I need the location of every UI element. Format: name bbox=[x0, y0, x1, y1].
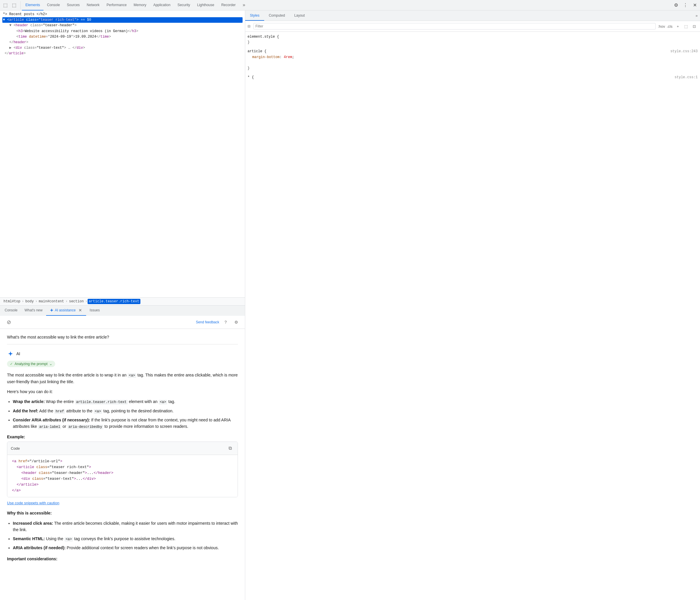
tab-elements[interactable]: Elements bbox=[22, 0, 44, 10]
how-to-label: Here's how you can do it: bbox=[7, 389, 238, 395]
tab-security[interactable]: Security bbox=[174, 0, 194, 10]
code-block-header: Code ⧉ bbox=[7, 442, 238, 455]
tree-line-article[interactable]: ▼ <article class="teaser rich-text"> == … bbox=[2, 17, 243, 23]
checkmark-icon: ✓ bbox=[10, 362, 13, 366]
tab-more[interactable]: » bbox=[239, 0, 249, 10]
ai-response-header: AI bbox=[7, 350, 238, 357]
main-tab-bar: Elements Console Sources Network Perform… bbox=[22, 0, 249, 10]
ai-label: AI bbox=[16, 351, 20, 356]
styles-tabs: Styles Computed Layout » bbox=[245, 10, 700, 21]
tab-sources[interactable]: Sources bbox=[63, 0, 83, 10]
close-ai-tab[interactable]: ✕ bbox=[78, 307, 83, 313]
more-menu-button[interactable]: ⋮ bbox=[681, 1, 690, 9]
tab-network[interactable]: Network bbox=[83, 0, 103, 10]
tree-line-1: "> Recent posts </h2> bbox=[2, 12, 243, 17]
tab-layout[interactable]: Layout bbox=[290, 10, 309, 21]
analyzing-text: Analyzing the prompt bbox=[15, 362, 48, 366]
top-tab-bar: ⬚ ⬚ Elements Console Sources Network Per… bbox=[0, 0, 700, 10]
styles-filter-bar: ⊟ :hov .cls + ⬚ ⊡ bbox=[245, 21, 700, 32]
cancel-button[interactable]: ⊘ bbox=[5, 318, 13, 326]
tree-line-h3: <h3>Website accessibility reaction video… bbox=[2, 29, 243, 34]
undock-button[interactable]: ✕ bbox=[691, 1, 699, 9]
bottom-tab-bar: Console What's new AI assistance ✕ Issue… bbox=[0, 305, 245, 316]
tab-whats-new[interactable]: What's new bbox=[21, 305, 46, 316]
why-accessible-label: Why this is accessible: bbox=[7, 510, 238, 516]
style-rule-article: article { style.css:243 margin-bottom: 4… bbox=[248, 49, 698, 71]
copy-button[interactable]: ⧉ bbox=[226, 444, 234, 452]
top-right-controls: ⚙ ⋮ ✕ bbox=[672, 1, 699, 9]
filter-icons: :hov .cls + ⬚ ⊡ bbox=[658, 23, 698, 30]
tab-ai-assistance[interactable]: AI assistance ✕ bbox=[46, 305, 86, 316]
bullet-wrap: Wrap the article: Wrap the entire articl… bbox=[13, 398, 238, 405]
ai-sparkle-icon bbox=[50, 308, 54, 312]
why-bullet-aria: ARIA attributes (if needed): Provide add… bbox=[13, 545, 238, 551]
breadcrumb-body[interactable]: body bbox=[24, 299, 35, 304]
copy-styles-button[interactable]: ⬚ bbox=[682, 23, 690, 30]
style-rule-element: element.style { } bbox=[248, 34, 698, 45]
send-feedback-link[interactable]: Send feedback bbox=[196, 320, 219, 324]
chevron-icon: ⌄ bbox=[49, 362, 52, 366]
hover-filter-button[interactable]: :hov bbox=[658, 23, 665, 30]
tab-lighthouse[interactable]: Lighthouse bbox=[194, 0, 218, 10]
code-block: Code ⧉ <a href="/article-url"> <article … bbox=[7, 442, 238, 497]
html-tree[interactable]: "> Recent posts </h2> ▼ <article class="… bbox=[0, 10, 245, 297]
tree-line-header-close: </header> bbox=[2, 40, 243, 45]
bullet-list: Wrap the article: Wrap the entire articl… bbox=[7, 398, 238, 430]
ai-settings-button[interactable]: ⚙ bbox=[232, 318, 240, 326]
right-panel: Styles Computed Layout » ⊟ :hov .cls + ⬚… bbox=[245, 10, 700, 600]
why-bullet-semantic: Semantic HTML: Using the <a> tag conveys… bbox=[13, 535, 238, 542]
tab-memory[interactable]: Memory bbox=[130, 0, 150, 10]
devtools-icons: ⬚ ⬚ bbox=[1, 1, 21, 9]
cursor-icon[interactable]: ⬚ bbox=[1, 1, 9, 9]
settings-button[interactable]: ⚙ bbox=[672, 1, 680, 9]
user-question: What's the most accessible way to link t… bbox=[7, 335, 238, 344]
code-body: <a href="/article-url"> <article class="… bbox=[7, 455, 238, 497]
breadcrumb-section[interactable]: section bbox=[68, 299, 85, 304]
response-intro: The most accessible way to link the enti… bbox=[7, 372, 238, 385]
breadcrumb: html#top › body › main#content › section… bbox=[0, 297, 245, 305]
tree-line-header-open: ▼ <header class="teaser-header"> bbox=[2, 23, 243, 28]
bullet-href: Add the href: Add the href attribute to … bbox=[13, 408, 238, 415]
tab-recorder[interactable]: Recorder bbox=[218, 0, 239, 10]
example-label: Example: bbox=[7, 434, 238, 439]
ai-panel: ⊘ Send feedback ? ⚙ What's the most acce… bbox=[0, 316, 245, 600]
why-bullet-click: Increased click area: The entire article… bbox=[13, 520, 238, 533]
tab-styles[interactable]: Styles bbox=[245, 10, 264, 21]
why-bullet-list: Increased click area: The entire article… bbox=[7, 520, 238, 551]
breadcrumb-html[interactable]: html#top bbox=[2, 299, 22, 304]
cls-filter-button[interactable]: .cls bbox=[666, 23, 673, 30]
inspect-icon[interactable]: ⬚ bbox=[10, 1, 18, 9]
tab-console[interactable]: Console bbox=[44, 0, 63, 10]
caution-link[interactable]: Use code snippets with caution bbox=[7, 501, 59, 505]
style-rule-star: * { style.css:1 bbox=[248, 75, 698, 80]
tab-computed[interactable]: Computed bbox=[264, 10, 290, 21]
code-title: Code bbox=[11, 446, 20, 451]
tab-console-bottom[interactable]: Console bbox=[1, 305, 21, 316]
breadcrumb-main[interactable]: main#content bbox=[38, 299, 65, 304]
tree-line-article-close: </article> bbox=[2, 51, 243, 56]
add-style-button[interactable]: + bbox=[674, 23, 681, 30]
bullet-aria: Consider ARIA attributes (if necessary):… bbox=[13, 417, 238, 430]
layout-icon-button[interactable]: ⊡ bbox=[691, 23, 698, 30]
analyzing-badge: ✓ Analyzing the prompt ⌄ bbox=[7, 361, 55, 367]
ai-topbar: ⊘ Send feedback ? ⚙ bbox=[0, 316, 245, 329]
ai-topbar-left: ⊘ bbox=[5, 318, 13, 326]
devtools-main: "> Recent posts </h2> ▼ <article class="… bbox=[0, 10, 700, 600]
tree-line-time: <time datetime="2024-09-19">19.09.2024</… bbox=[2, 34, 243, 40]
important-label: Important considerations: bbox=[7, 556, 238, 562]
ai-icon bbox=[7, 350, 14, 357]
breadcrumb-article[interactable]: article.teaser.rich-text bbox=[88, 299, 141, 304]
tab-application[interactable]: Application bbox=[150, 0, 174, 10]
tab-issues[interactable]: Issues bbox=[86, 305, 103, 316]
help-button[interactable]: ? bbox=[222, 318, 230, 326]
styles-filter-input[interactable] bbox=[253, 23, 656, 29]
left-panel: "> Recent posts </h2> ▼ <article class="… bbox=[0, 10, 245, 600]
styles-content: element.style { } article { style.css:24… bbox=[245, 32, 700, 600]
ai-content: What's the most accessible way to link t… bbox=[0, 329, 245, 572]
tree-line-div: ▶ <div class="teaser-text"> … </div> bbox=[2, 45, 243, 51]
tab-performance[interactable]: Performance bbox=[103, 0, 130, 10]
styles-more[interactable]: » bbox=[696, 14, 700, 18]
